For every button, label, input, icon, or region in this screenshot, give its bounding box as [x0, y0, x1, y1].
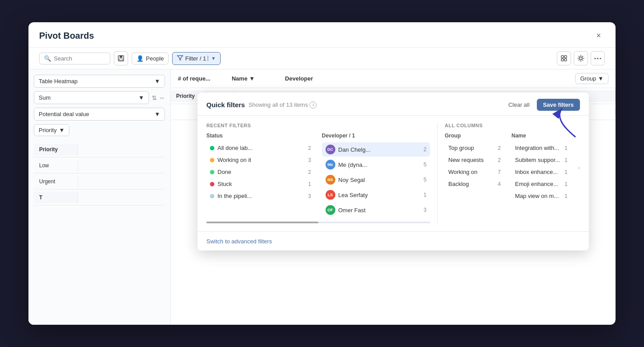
developer-col-header: Developer	[285, 75, 313, 82]
priority-col-header: Priority	[34, 144, 78, 155]
search-input[interactable]	[54, 55, 105, 62]
left-panel: Table Heatmap ▼ Sum ▼ ⇅ ↔ Potential deal…	[28, 69, 171, 325]
status-col-title: Status	[206, 133, 315, 139]
name-list: Integration with... 1 Subitem suppor... …	[511, 142, 571, 202]
qf-body: Recent filters Status All done lab... 2 …	[197, 116, 589, 231]
group-col: Group Top group 2 New requests 2 Working…	[445, 133, 504, 202]
developer-col-title: Developer / 1	[322, 133, 431, 139]
svg-rect-2	[119, 59, 123, 61]
developer-list: DC Dan Chelg... 2 Me Me (dyna... 5 NS No…	[322, 142, 431, 217]
svg-rect-4	[564, 56, 567, 58]
search-icon: 🔍	[44, 55, 51, 62]
group-item[interactable]: Backlog 4	[445, 178, 504, 190]
developer-item[interactable]: LS Lea Serfaty 1	[322, 188, 431, 202]
toolbar: 🔍 👤 People Filter / 1 ▼	[28, 48, 616, 69]
qf-header: Quick filters Showing all of 13 items i …	[197, 93, 589, 116]
recent-filters-title: Recent filters	[206, 123, 430, 128]
recent-filters-cols: Status All done lab... 2 Working on it 3…	[206, 133, 430, 218]
left-table: Priority Low Urgent T	[34, 141, 165, 206]
reqs-col-header: # of reque...	[178, 75, 210, 82]
status-list: All done lab... 2 Working on it 3 Done 2…	[206, 142, 315, 202]
table-type-select[interactable]: Table Heatmap ▼	[34, 75, 165, 88]
priority-button[interactable]: Priority ▼	[34, 124, 69, 136]
scroll-indicator	[206, 222, 430, 223]
svg-rect-6	[564, 59, 567, 61]
svg-rect-3	[561, 56, 564, 58]
status-col: Status All done lab... 2 Working on it 3…	[206, 133, 315, 218]
more-options-button[interactable]	[591, 51, 605, 65]
name-col: Name Integration with... 1 Subitem suppo…	[511, 133, 571, 202]
quick-filters-panel: Quick filters Showing all of 13 items i …	[197, 93, 589, 250]
name-item[interactable]: Subitem suppor... 1	[511, 154, 571, 165]
developer-item[interactable]: Me Me (dyna... 5	[322, 157, 431, 172]
chevron-right-icon[interactable]: ›	[578, 133, 580, 202]
status-item[interactable]: Done 2	[206, 166, 315, 178]
recent-filters-section: Recent filters Status All done lab... 2 …	[206, 123, 438, 224]
scroll-thumb	[206, 222, 318, 223]
status-item[interactable]: In the pipeli... 3	[206, 190, 315, 202]
svg-rect-1	[120, 56, 122, 58]
group-item[interactable]: New requests 2	[445, 154, 504, 165]
filter-dropdown-icon[interactable]: ▼	[208, 56, 216, 61]
title-bar: Pivot Boards ×	[28, 22, 616, 48]
main-window: Pivot Boards × 🔍 👤 People Filter / 1 ▼	[28, 22, 616, 325]
toolbar-right	[557, 51, 605, 65]
people-icon: 👤	[137, 55, 144, 62]
window-title: Pivot Boards	[39, 31, 94, 41]
qf-footer: Switch to advanced filters	[197, 231, 589, 250]
developer-col: Developer / 1 DC Dan Chelg... 2 Me Me (d…	[322, 133, 431, 218]
total-label: T	[34, 192, 78, 203]
info-icon[interactable]: i	[310, 101, 317, 109]
clear-all-button[interactable]: Clear all	[505, 100, 533, 110]
group-item[interactable]: Working on 7	[445, 166, 504, 178]
filter-icon	[177, 55, 183, 62]
low-row: Low	[34, 157, 165, 174]
developer-item[interactable]: NS Noy Segal 5	[322, 173, 431, 187]
status-item[interactable]: Stuck 1	[206, 178, 315, 190]
name-col-header: Name ▼	[232, 75, 255, 82]
name-item[interactable]: Inbox enhance... 1	[511, 166, 571, 178]
measure-select[interactable]: Potential deal value ▼	[34, 108, 165, 121]
swap-icon: ⇅ ↔	[152, 94, 165, 101]
people-button[interactable]: 👤 People	[132, 52, 169, 65]
close-button[interactable]: ×	[592, 29, 605, 42]
aggregate-select[interactable]: Sum ▼	[34, 91, 149, 104]
low-label: Low	[34, 160, 78, 171]
name-item[interactable]: Integration with... 1	[511, 142, 571, 153]
svg-point-8	[595, 58, 596, 59]
aggregate-row: Sum ▼ ⇅ ↔	[34, 91, 165, 104]
table-header-row: Priority	[34, 141, 165, 157]
svg-point-9	[597, 58, 599, 59]
all-cols-container: Group Top group 2 New requests 2 Working…	[445, 133, 580, 202]
name-item[interactable]: Map view on m... 1	[511, 190, 571, 202]
search-box[interactable]: 🔍	[39, 52, 110, 65]
view-icon-button[interactable]	[557, 51, 571, 65]
arrow-annotation	[544, 106, 580, 141]
svg-point-10	[600, 58, 601, 59]
content-area: Table Heatmap ▼ Sum ▼ ⇅ ↔ Potential deal…	[28, 69, 616, 325]
total-row: T	[34, 190, 165, 206]
chevron-down-icon: ▼	[59, 127, 64, 133]
group-item[interactable]: Top group 2	[445, 142, 504, 153]
switch-advanced-button[interactable]: Switch to advanced filters	[206, 238, 272, 245]
urgent-label: Urgent	[34, 176, 78, 187]
status-item[interactable]: Working on it 3	[206, 154, 315, 165]
name-item[interactable]: Emoji enhance... 1	[511, 178, 571, 190]
filter-button[interactable]: Filter / 1 ▼	[172, 52, 221, 65]
group-button[interactable]: Group ▼	[575, 73, 608, 84]
svg-rect-5	[561, 59, 564, 61]
qf-title: Quick filters	[206, 101, 245, 109]
developer-item[interactable]: DC Dan Chelg... 2	[322, 142, 431, 157]
svg-point-7	[580, 57, 582, 60]
developer-item[interactable]: OF Omer Fast 3	[322, 203, 431, 217]
save-icon-button[interactable]	[114, 51, 128, 65]
status-item[interactable]: All done lab... 2	[206, 142, 315, 153]
top-right-controls: # of reque... Name ▼ Developer Group ▼	[171, 69, 616, 88]
qf-subtitle: Showing all of 13 items	[249, 101, 308, 108]
settings-icon-button[interactable]	[574, 51, 588, 65]
qf-title-row: Quick filters Showing all of 13 items i	[206, 101, 317, 109]
urgent-row: Urgent	[34, 174, 165, 190]
group-col-title: Group	[445, 133, 504, 139]
group-list: Top group 2 New requests 2 Working on 7 …	[445, 142, 504, 190]
